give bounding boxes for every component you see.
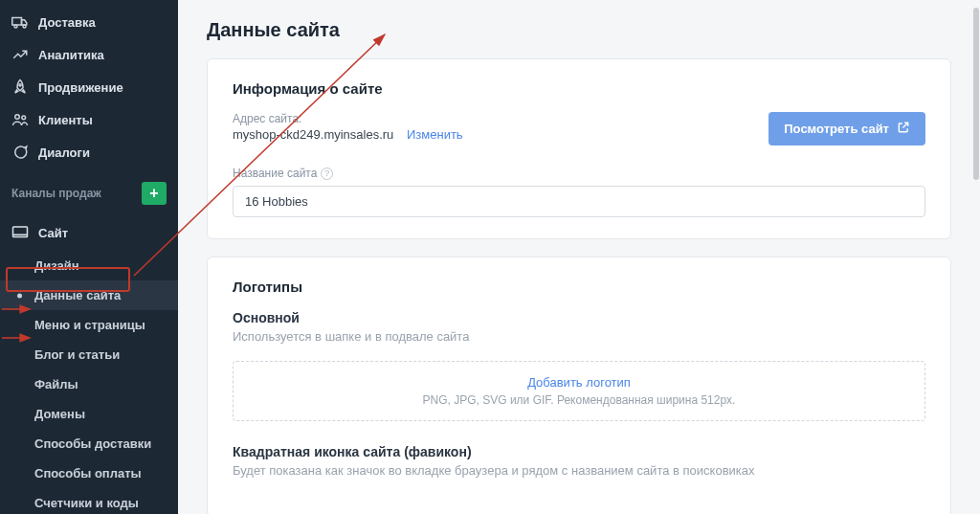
sub-item-domains[interactable]: Домены — [0, 399, 178, 429]
favicon-desc: Будет показана как значок во вкладке бра… — [233, 463, 925, 478]
svg-point-2 — [23, 25, 26, 28]
view-site-label: Посмотреть сайт — [784, 122, 889, 136]
chat-icon — [11, 144, 29, 161]
address-label: Адрес сайта: — [233, 112, 463, 125]
sub-item-menu-pages[interactable]: Меню и страницы — [0, 310, 178, 340]
site-name-input[interactable] — [233, 186, 925, 217]
svg-rect-0 — [12, 18, 22, 26]
sub-item-design[interactable]: Дизайн — [0, 251, 178, 280]
nav-label: Доставка — [38, 15, 96, 30]
site-name-label: Название сайта ? — [233, 167, 925, 180]
external-link-icon — [897, 121, 910, 137]
sub-item-files[interactable]: Файлы — [0, 369, 178, 399]
chart-icon — [11, 46, 29, 63]
sub-item-delivery-methods[interactable]: Способы доставки — [0, 429, 178, 458]
sales-channels-label: Каналы продаж — [11, 187, 101, 200]
nav-item-analytics[interactable]: Аналитика — [0, 38, 178, 71]
scrollbar-thumb[interactable] — [973, 8, 979, 180]
sidebar-sublist: Дизайн Данные сайта Меню и страницы Блог… — [0, 251, 178, 514]
users-icon — [11, 111, 29, 128]
sub-item-blog[interactable]: Блог и статьи — [0, 340, 178, 369]
view-site-button[interactable]: Посмотреть сайт — [768, 112, 925, 145]
nav-label: Клиенты — [38, 113, 93, 127]
change-address-link[interactable]: Изменить — [407, 127, 463, 142]
channel-label: Сайт — [38, 226, 68, 240]
favicon-title: Квадратная иконка сайта (фавикон) — [233, 444, 925, 459]
info-card-title: Информация о сайте — [233, 80, 925, 97]
sub-item-counters[interactable]: Счетчики и коды — [0, 488, 178, 514]
main-content: Данные сайта Информация о сайте Адрес са… — [178, 0, 980, 514]
primary-logo-title: Основной — [233, 310, 925, 325]
svg-point-3 — [19, 84, 21, 86]
address-value: myshop-ckd249.myinsales.ru — [233, 127, 393, 142]
rocket-icon — [11, 78, 29, 96]
nav-label: Диалоги — [38, 145, 90, 160]
svg-point-5 — [22, 116, 26, 120]
nav-item-promotion[interactable]: Продвижение — [0, 71, 178, 103]
upload-logo-box[interactable]: Добавить логотип PNG, JPG, SVG или GIF. … — [233, 361, 925, 421]
sales-channels-header: Каналы продаж + — [0, 168, 178, 214]
svg-point-4 — [15, 115, 20, 120]
nav-item-dialogs[interactable]: Диалоги — [0, 136, 178, 168]
upload-hint: PNG, JPG, SVG или GIF. Рекомендованная ш… — [423, 393, 736, 407]
monitor-icon — [11, 224, 29, 241]
help-icon[interactable]: ? — [321, 168, 333, 180]
nav-label: Продвижение — [38, 80, 123, 95]
logos-card-title: Логотипы — [233, 279, 925, 295]
nav-item-clients[interactable]: Клиенты — [0, 103, 178, 136]
channel-item-site[interactable]: Сайт — [0, 214, 178, 251]
sidebar: Доставка Аналитика Продвижение Клиенты Д… — [0, 0, 178, 514]
primary-logo-desc: Используется в шапке и в подвале сайта — [233, 329, 925, 344]
truck-icon — [11, 13, 29, 31]
nav-item-delivery[interactable]: Доставка — [0, 6, 178, 38]
nav-label: Аналитика — [38, 48, 104, 62]
svg-point-1 — [14, 25, 17, 28]
add-logo-link[interactable]: Добавить логотип — [243, 375, 915, 390]
sub-item-payment-methods[interactable]: Способы оплаты — [0, 458, 178, 488]
info-card: Информация о сайте Адрес сайта: myshop-c… — [207, 58, 951, 239]
logos-card: Логотипы Основной Используется в шапке и… — [207, 257, 951, 514]
sub-item-site-data[interactable]: Данные сайта — [0, 280, 178, 310]
add-channel-button[interactable]: + — [142, 182, 167, 205]
page-title: Данные сайта — [207, 19, 951, 41]
